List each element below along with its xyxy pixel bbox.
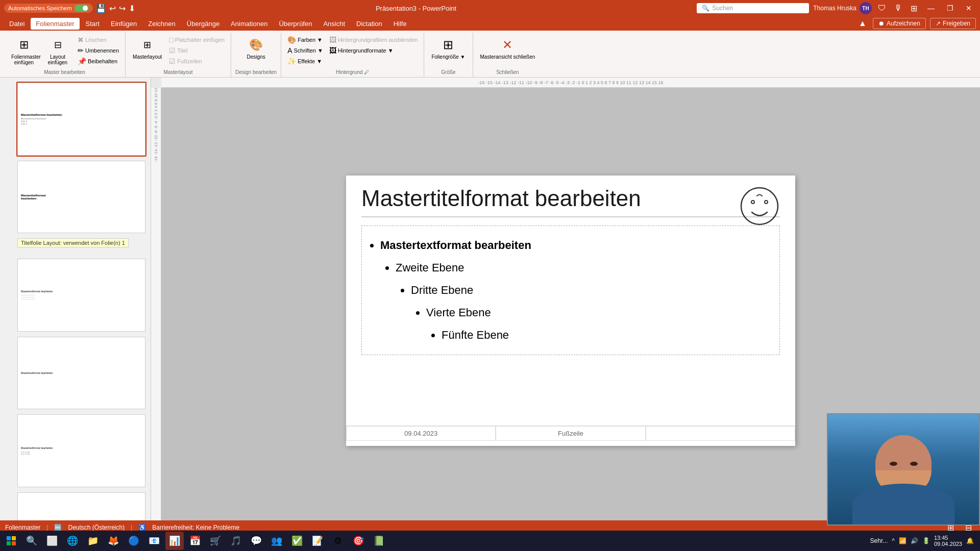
slide-thumb-1[interactable]: Mastertitelformat bearbeiten Mastertitel…: [16, 82, 146, 157]
insert-layout-label: Layout einfügen: [45, 54, 70, 65]
title-btn[interactable]: ☑ Titel: [167, 45, 227, 56]
masterlayout-button[interactable]: ⊞ Masterlayout: [130, 35, 165, 62]
footers-btn[interactable]: ☑ Fußzeilen: [167, 56, 227, 66]
designs-label: Designs: [247, 54, 265, 60]
slide-thumb-inner-4: Mastertextformat bearbeiten: [17, 337, 145, 410]
autosave-pill[interactable]: [75, 5, 89, 12]
menu-bar: Datei Folienmaster Start Einfügen Zeichn…: [0, 16, 980, 31]
close-master-button[interactable]: ✕ Masteransicht schließen: [477, 35, 538, 62]
placeholder-button[interactable]: □ Platzhalter einfügen: [167, 35, 227, 45]
insert-layout-button[interactable]: ⊟ Layout einfügen: [42, 35, 74, 67]
taskbar-app9[interactable]: ⚙: [329, 532, 347, 550]
taskbar-firefox[interactable]: 🦊: [104, 532, 122, 550]
taskbar-edge[interactable]: 🌐: [63, 532, 82, 550]
hide-bg-icon: 🖼: [329, 36, 336, 44]
group-label-5: Größe: [441, 67, 455, 75]
systray-wifi[interactable]: 📶: [899, 537, 906, 544]
effects-label: Effekte ▼: [298, 58, 322, 64]
undo-icon[interactable]: ↩: [109, 4, 116, 13]
rename-button[interactable]: ✏ Umbenennen: [76, 45, 121, 56]
colors-button[interactable]: 🎨 Farben ▼: [285, 35, 325, 45]
menu-hilfe[interactable]: Hilfe: [388, 18, 412, 30]
user-name: Thomas Hruska: [813, 5, 856, 12]
menu-start[interactable]: Start: [81, 18, 105, 30]
title-label: Titel: [177, 47, 187, 54]
systray-battery[interactable]: 🔋: [922, 537, 930, 544]
taskbar-excel[interactable]: 📗: [370, 532, 388, 550]
minimize-button[interactable]: —: [923, 2, 939, 14]
slide-size-button[interactable]: ⊞ Foliengröße ▼: [428, 35, 468, 62]
bg-format-button[interactable]: 🖼 Hintergrundformate ▼: [327, 45, 420, 56]
footer-right[interactable]: [646, 426, 795, 441]
systray-sound[interactable]: 🔊: [911, 537, 918, 544]
menu-einfuegen[interactable]: Einfügen: [106, 18, 142, 30]
taskbar-mail[interactable]: 📧: [145, 532, 163, 550]
menu-ueberpruefen[interactable]: Überprüfen: [274, 18, 317, 30]
taskbar-app6[interactable]: 💬: [247, 532, 265, 550]
slide-thumb-2[interactable]: ✕ Mastertitelformatbearbeiten Titelfolie…: [16, 160, 146, 235]
designs-button[interactable]: 🎨 Designs: [243, 35, 269, 62]
group-label-4: Hintergrund 🖊: [336, 67, 369, 75]
taskbar-taskview[interactable]: ⬜: [43, 532, 61, 550]
systray-notification[interactable]: 🔔: [966, 537, 974, 544]
slide-thumb-content-5: Mastertextformat bearbeiten ▦ ▦ ▦ ▦ ▦▦ ▦…: [18, 415, 145, 487]
effects-button[interactable]: ✨ Effekte ▼: [285, 56, 325, 66]
settings-icon[interactable]: 🎙: [892, 2, 904, 15]
menu-datei[interactable]: Datei: [4, 18, 30, 30]
autosave-toggle[interactable]: Automatisches Speichern: [4, 4, 93, 13]
help-icon[interactable]: 🛡: [876, 2, 888, 15]
restore-button[interactable]: ❐: [943, 2, 958, 14]
quickaccess-icon[interactable]: ⬇: [129, 4, 135, 13]
menu-uebergaenge[interactable]: Übergänge: [182, 18, 225, 30]
menu-dictation[interactable]: Dictation: [351, 18, 387, 30]
slide-thumb-5[interactable]: ✕ Mastertextformat bearbeiten ▦ ▦ ▦ ▦ ▦▦…: [16, 413, 146, 488]
insert-master-button[interactable]: ⊞ Folienmaster einfügen: [8, 35, 40, 67]
save-icon[interactable]: 💾: [96, 4, 106, 13]
close-button[interactable]: ✕: [962, 2, 976, 14]
delete-button[interactable]: ✖ Löschen: [76, 35, 121, 45]
collapse-ribbon-icon[interactable]: ▲: [856, 17, 869, 30]
taskbar-chrome[interactable]: 🔵: [125, 532, 143, 550]
status-language[interactable]: Deutsch (Österreich): [68, 524, 125, 531]
taskbar-app5[interactable]: 🎵: [227, 532, 245, 550]
redo-icon[interactable]: ↪: [119, 4, 126, 13]
taskbar-calendar[interactable]: 📅: [186, 532, 204, 550]
keep-button[interactable]: 📌 Beibehalten: [76, 56, 121, 66]
slide-thumb-4[interactable]: ✕ Mastertextformat bearbeiten: [16, 336, 146, 411]
bullet-1: Mastertextformat bearbeiten: [380, 234, 771, 257]
menu-animationen[interactable]: Animationen: [226, 18, 273, 30]
taskbar-app7[interactable]: ✅: [288, 532, 306, 550]
taskbar-app8[interactable]: 📝: [308, 532, 327, 550]
search-box[interactable]: 🔍 Suchen: [697, 3, 809, 13]
taskbar-teams[interactable]: 👥: [267, 532, 286, 550]
svg-point-1: [751, 201, 754, 204]
record-button[interactable]: ⏺ Aufzeichnen: [873, 18, 926, 29]
thumb-title-4: Mastertextformat bearbeiten: [21, 371, 53, 374]
slide-thumb-wrapper-1: 1 Mastertitelformat bearbeiten Mastertit…: [4, 82, 146, 157]
fonts-button[interactable]: A Schriften ▼: [285, 45, 325, 56]
taskbar-start[interactable]: [2, 532, 20, 550]
hide-bg-button[interactable]: 🖼 Hintergrundgrafiken ausblenden: [327, 35, 420, 45]
slide-thumb-content-1: Mastertitelformat bearbeiten Mastertitel…: [18, 83, 145, 155]
user-avatar[interactable]: TH: [860, 2, 872, 14]
footer-date[interactable]: 09.04.2023: [346, 426, 496, 441]
grid-icon[interactable]: ⊞: [909, 2, 919, 15]
taskbar-app10[interactable]: 🎯: [349, 532, 368, 550]
slide-content-area[interactable]: Mastertextformat bearbeiten Zweite Ebene…: [361, 226, 780, 355]
taskbar-explorer[interactable]: 📁: [84, 532, 102, 550]
share-button[interactable]: ↗ Freigeben: [930, 18, 976, 29]
svg-rect-4: [12, 536, 16, 540]
taskbar-powerpoint[interactable]: 📊: [165, 532, 184, 550]
taskbar-search[interactable]: 🔍: [22, 532, 41, 550]
status-accessibility[interactable]: Barrierefreiheit: Keine Probleme: [152, 524, 239, 531]
slide-main-title[interactable]: Mastertitelformat bearbeiten: [361, 186, 780, 217]
systray-chevron[interactable]: ^: [892, 537, 895, 544]
menu-ansicht[interactable]: Ansicht: [318, 18, 350, 30]
menu-zeichnen[interactable]: Zeichnen: [143, 18, 180, 30]
menu-folienmaster[interactable]: Folienmaster: [31, 18, 79, 30]
slide-main[interactable]: Mastertitelformat bearbeiten Mastertextf…: [346, 176, 795, 446]
slide-thumb-3[interactable]: ✕ Mastertextformat bearbeiten ──────────…: [16, 258, 146, 333]
taskbar-store[interactable]: 🛒: [206, 532, 225, 550]
footer-center[interactable]: Fußzeile: [496, 426, 645, 441]
slide-panel[interactable]: 1 Mastertitelformat bearbeiten Mastertit…: [0, 78, 151, 533]
